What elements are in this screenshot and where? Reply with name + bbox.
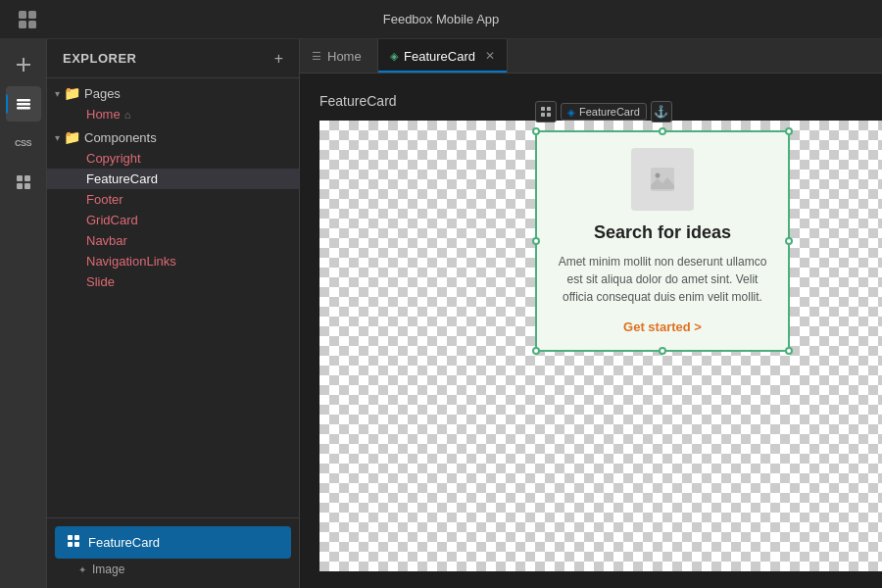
svg-rect-18 xyxy=(547,107,551,111)
topbar: Feedbox Mobile App xyxy=(0,0,882,39)
sidebar-item-footer[interactable]: Footer xyxy=(47,189,299,210)
sidebar-item-navbar[interactable]: Navbar xyxy=(47,230,299,251)
app-title: Feedbox Mobile App xyxy=(383,12,500,26)
sidebar-item-gridcard[interactable]: GridCard xyxy=(47,210,299,230)
card-link[interactable]: Get started > xyxy=(553,319,772,334)
sidebar-add-button[interactable]: + xyxy=(274,50,283,68)
tab-home-label: Home xyxy=(327,49,362,64)
component-toolbar: ◈ FeatureCard ⚓ xyxy=(535,101,672,122)
tab-home[interactable]: ☰ Home xyxy=(300,39,378,73)
pages-chevron: ▾ xyxy=(55,88,60,99)
components-folder[interactable]: ▾ 📁 Components xyxy=(47,126,299,148)
card-title: Search for ideas xyxy=(553,222,772,243)
svg-rect-8 xyxy=(17,107,30,110)
svg-rect-6 xyxy=(17,99,30,102)
toolbar-grid-button[interactable] xyxy=(535,101,557,122)
tab-featurecard-label: FeatureCard xyxy=(404,49,475,64)
css-panel-icon[interactable]: CSS xyxy=(6,125,41,161)
svg-rect-20 xyxy=(547,113,551,117)
tab-featurecard-icon: ◈ xyxy=(390,50,398,63)
sidebar-title: Explorer xyxy=(63,51,137,66)
sidebar: Explorer + ▾ 📁 Pages Home ⌂ ▾ � xyxy=(47,39,300,588)
footer-label: Footer xyxy=(86,192,123,207)
tab-home-icon: ☰ xyxy=(312,50,321,63)
handle-mid-left[interactable] xyxy=(532,237,540,245)
app-logo xyxy=(16,8,39,31)
toolbar-component-label: FeatureCard xyxy=(579,106,640,118)
svg-point-22 xyxy=(656,173,661,178)
handle-bot-left[interactable] xyxy=(532,347,540,355)
svg-rect-10 xyxy=(24,175,30,181)
handle-bot-right[interactable] xyxy=(785,347,793,355)
active-component-item[interactable]: FeatureCard xyxy=(55,526,291,559)
sidebar-header: Explorer + xyxy=(47,39,299,78)
sidebar-tree: ▾ 📁 Pages Home ⌂ ▾ 📁 Components Copyrigh… xyxy=(47,78,299,517)
svg-rect-17 xyxy=(541,107,545,111)
svg-rect-12 xyxy=(24,183,30,189)
featurecard-label: FeatureCard xyxy=(86,172,158,186)
add-panel-icon[interactable] xyxy=(6,47,41,82)
sidebar-item-slide[interactable]: Slide xyxy=(47,271,299,292)
components-section: ▾ 📁 Components Copyright FeatureCard Foo… xyxy=(47,126,299,292)
toolbar-component-icon: ◈ xyxy=(567,107,575,118)
tab-close-icon[interactable]: ✕ xyxy=(485,49,495,63)
handle-top-center[interactable] xyxy=(659,127,666,135)
svg-rect-9 xyxy=(17,175,23,181)
feature-card-component[interactable]: ◈ FeatureCard ⚓ xyxy=(535,130,790,352)
svg-rect-2 xyxy=(19,21,26,28)
assets-panel-icon[interactable] xyxy=(6,165,41,200)
icon-bar: CSS xyxy=(0,39,47,588)
content-area: ☰ Home ◈ FeatureCard ✕ FeatureCard xyxy=(300,39,882,588)
svg-rect-19 xyxy=(541,113,545,117)
card-body: Amet minim mollit non deserunt ullamco e… xyxy=(553,253,772,306)
handle-top-left[interactable] xyxy=(532,127,540,135)
navbar-label: Navbar xyxy=(86,233,127,248)
components-folder-icon: 📁 xyxy=(64,129,80,145)
handle-top-right[interactable] xyxy=(785,127,793,135)
svg-rect-16 xyxy=(74,542,79,547)
slide-label: Slide xyxy=(86,274,115,289)
sidebar-item-copyright[interactable]: Copyright xyxy=(47,148,299,169)
sub-item-icon: ✦ xyxy=(78,564,86,575)
canvas-viewport: ◈ FeatureCard ⚓ xyxy=(319,121,882,571)
component-icon xyxy=(67,534,80,551)
svg-rect-0 xyxy=(19,11,26,19)
svg-rect-1 xyxy=(28,11,36,19)
navigationlinks-label: NavigationLinks xyxy=(86,254,176,269)
svg-rect-7 xyxy=(17,103,30,106)
sidebar-item-navigationlinks[interactable]: NavigationLinks xyxy=(47,251,299,271)
card-image-placeholder xyxy=(631,148,694,211)
tab-featurecard[interactable]: ◈ FeatureCard ✕ xyxy=(378,39,508,73)
sidebar-item-home[interactable]: Home ⌂ xyxy=(47,104,299,124)
toolbar-link-icon: ⚓ xyxy=(654,105,668,119)
sidebar-item-featurecard[interactable]: FeatureCard xyxy=(47,169,299,189)
sidebar-bottom: FeatureCard ✦ Image xyxy=(47,517,299,588)
pages-folder[interactable]: ▾ 📁 Pages xyxy=(47,82,299,104)
copyright-label: Copyright xyxy=(86,151,141,166)
tabs-bar: ☰ Home ◈ FeatureCard ✕ xyxy=(300,39,882,74)
home-label: Home xyxy=(86,107,121,122)
sub-item-label: Image xyxy=(92,563,124,576)
components-folder-label: Components xyxy=(84,130,157,145)
gridcard-label: GridCard xyxy=(86,213,138,227)
toolbar-link-button[interactable]: ⚓ xyxy=(651,101,672,122)
canvas-area[interactable]: FeatureCard xyxy=(300,74,882,588)
pages-folder-label: Pages xyxy=(84,86,121,101)
handle-mid-right[interactable] xyxy=(785,237,793,245)
svg-rect-3 xyxy=(28,21,36,28)
components-chevron: ▾ xyxy=(55,132,60,143)
toolbar-component-button[interactable]: ◈ FeatureCard xyxy=(561,103,647,121)
active-component-label: FeatureCard xyxy=(88,535,160,550)
svg-rect-11 xyxy=(17,183,23,189)
handle-bot-center[interactable] xyxy=(659,347,666,355)
svg-rect-5 xyxy=(23,58,24,72)
pages-folder-icon: 📁 xyxy=(64,85,80,101)
home-icon: ⌂ xyxy=(124,109,131,121)
pages-section: ▾ 📁 Pages Home ⌂ xyxy=(47,82,299,124)
layers-panel-icon[interactable] xyxy=(6,86,41,122)
svg-rect-13 xyxy=(68,535,73,540)
sidebar-sub-image[interactable]: ✦ Image xyxy=(55,559,291,580)
svg-rect-14 xyxy=(74,535,79,540)
svg-rect-15 xyxy=(68,542,73,547)
